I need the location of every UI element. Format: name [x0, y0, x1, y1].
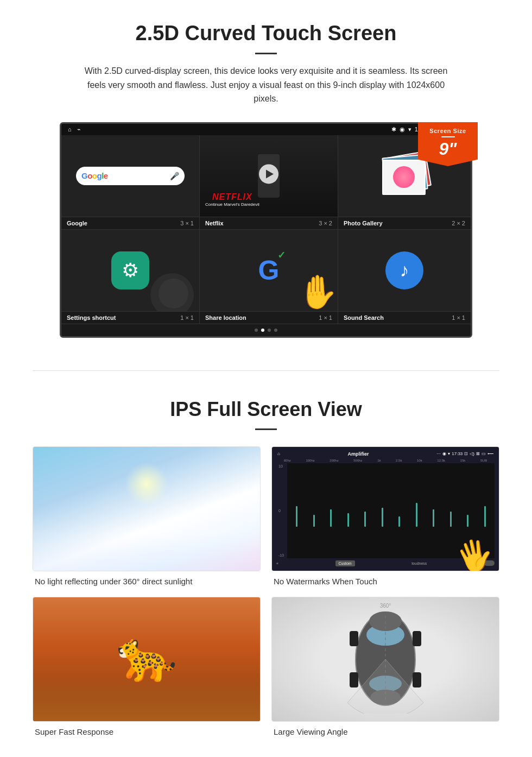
eq-bar-8	[416, 494, 417, 527]
amp-status-bar: ⌂ Amplifier ⋯◉▾ 17:33 ⊡◁)⊠▭⟵	[276, 451, 495, 457]
netflix-label-cell: Netflix 3 × 2	[200, 217, 338, 229]
eq-bar-11	[467, 494, 468, 527]
svg-rect-6	[413, 631, 421, 646]
feature-no-reflection-label: No light reflecting under 360° direct su…	[33, 577, 261, 586]
gear-icon: ⚙	[122, 259, 139, 282]
music-note-icon: ♪	[400, 260, 409, 281]
maps-g-letter: G	[258, 255, 280, 286]
feature-image-sky	[33, 446, 261, 571]
section-divider	[33, 370, 499, 371]
cheetah-background: 🐆	[33, 597, 260, 721]
google-mic-icon: 🎤	[170, 172, 179, 180]
label-row-1: Google 3 × 1 Netflix 3 × 2 Photo Gallery…	[61, 217, 471, 230]
dot-2	[261, 329, 264, 332]
eq-bar-1	[296, 494, 297, 527]
hand-pointing-icon: 🤚	[297, 273, 338, 311]
feature-fast-response-label: Super Fast Response	[33, 727, 261, 736]
feature-viewing-angle-label: Large Viewing Angle	[271, 727, 499, 736]
feature-image-cheetah: 🐆	[33, 597, 261, 722]
app-grid-row1: Google 🎤	[61, 135, 471, 217]
status-left: ⌂ ⌁	[68, 126, 81, 133]
netflix-subtitle: Continue Marvel's Daredevil	[205, 202, 259, 207]
google-logo: Google	[81, 171, 108, 180]
settings-app-cell[interactable]: ⚙	[61, 230, 200, 311]
eq-scale: 100-10	[276, 463, 286, 558]
car-top-view-svg	[342, 605, 429, 714]
google-app-cell[interactable]: Google 🎤	[61, 135, 200, 217]
feature-grid: No light reflecting under 360° direct su…	[33, 446, 499, 736]
netflix-app-size: 3 × 2	[319, 220, 332, 226]
settings-app-label: Settings shortcut	[67, 314, 116, 321]
section2-title: IPS Full Screen View	[33, 398, 499, 421]
feature-image-amplifier: ⌂ Amplifier ⋯◉▾ 17:33 ⊡◁)⊠▭⟵ 60hz 100hz …	[271, 446, 499, 571]
gallery-app-size: 2 × 2	[452, 220, 465, 226]
badge-divider	[441, 136, 455, 137]
share-app-size: 1 × 1	[319, 314, 332, 321]
share-app-label: Share location	[205, 314, 246, 321]
section-curved-screen: 2.5D Curved Touch Screen With 2.5D curve…	[0, 0, 532, 349]
freq-2-5k: 2.5k	[396, 459, 402, 462]
amp-title: Amplifier	[348, 451, 369, 457]
bluetooth-icon: ✱	[391, 126, 396, 133]
freq-10k: 10k	[417, 459, 422, 462]
angle-label: 360°	[380, 603, 391, 609]
svg-rect-5	[350, 631, 358, 646]
freq-12-5k: 12.5k	[437, 459, 445, 462]
pagination-dots	[61, 324, 471, 336]
android-screen: ⌂ ⌁ ✱ ◉ ▾ 15:06 ⊡ ◁) ⊠ ▭	[60, 122, 472, 338]
badge-size: 9"	[422, 140, 473, 159]
sound-app-size: 1 × 1	[452, 314, 465, 321]
eq-bar-9	[433, 494, 434, 527]
google-app-size: 3 × 1	[180, 220, 194, 226]
sound-search-cell[interactable]: ♪	[338, 230, 471, 311]
settings-app-size: 1 × 1	[180, 314, 194, 321]
eq-bar-2	[313, 494, 315, 527]
freq-60hz: 60hz	[284, 459, 291, 462]
eq-bar-5	[364, 494, 366, 527]
google-searchbar[interactable]: Google 🎤	[76, 167, 185, 185]
freq-200hz: 200hz	[330, 459, 338, 462]
amp-home-icon: ⌂	[277, 451, 280, 456]
netflix-play-button[interactable]	[259, 164, 278, 184]
feature-no-watermarks-label: No Watermarks When Touch	[271, 577, 499, 586]
amp-custom-button[interactable]: Custom	[335, 560, 355, 566]
feature-no-reflection: No light reflecting under 360° direct su…	[33, 446, 261, 586]
freq-15k: 15k	[460, 459, 466, 462]
settings-icon-bg: ⚙	[111, 251, 149, 289]
cheetah-emoji: 🐆	[116, 628, 177, 685]
eq-bar-12	[484, 494, 486, 527]
share-location-cell[interactable]: G ✓ 🤚	[200, 230, 338, 311]
dot-4	[274, 329, 277, 332]
play-triangle-icon	[266, 169, 274, 178]
sound-app-label: Sound Search	[344, 314, 384, 321]
google-label-cell: Google 3 × 1	[61, 217, 200, 229]
netflix-app-cell[interactable]: NETFLIX Continue Marvel's Daredevil	[200, 135, 338, 217]
eq-bar-10	[450, 494, 452, 527]
svg-rect-7	[350, 672, 358, 687]
google-app-label: Google	[67, 220, 87, 226]
amp-loudness-label: loudness	[411, 562, 427, 565]
section1-title: 2.5D Curved Touch Screen	[33, 22, 499, 45]
badge-label: Screen Size	[422, 128, 473, 134]
svg-rect-8	[413, 672, 421, 687]
app-grid-row2: ⚙ G ✓ 🤚	[61, 230, 471, 312]
section1-divider	[255, 53, 277, 54]
freq-100hz: 100hz	[306, 459, 314, 462]
sky-background	[33, 447, 260, 571]
gallery-label-cell: Photo Gallery 2 × 2	[338, 217, 471, 229]
device-mockup-wrapper: Screen Size 9" ⌂ ⌁ ✱ ◉ ▾ 15:06 ⊡ ◁)	[60, 122, 472, 338]
freq-sub: SUB	[480, 459, 487, 462]
wifi-icon: ▾	[408, 126, 411, 133]
feature-image-car: 360°	[271, 597, 499, 722]
sound-label-cell: Sound Search 1 × 1	[338, 312, 471, 324]
sun-glow	[125, 462, 168, 506]
freq-1k: 1k	[377, 459, 381, 462]
cheetah-ground	[33, 678, 260, 721]
section1-description: With 2.5D curved-display screen, this de…	[76, 64, 456, 106]
feature-no-watermarks: ⌂ Amplifier ⋯◉▾ 17:33 ⊡◁)⊠▭⟵ 60hz 100hz …	[271, 446, 499, 586]
label-row-2: Settings shortcut 1 × 1 Share location 1…	[61, 312, 471, 324]
photo-card-3	[382, 160, 426, 195]
eq-freq-labels: 60hz 100hz 200hz 500hz 1k 2.5k 10k 12.5k…	[276, 459, 495, 462]
amp-back-icon: «	[276, 562, 278, 565]
screen-badge-container: Screen Size 9"	[418, 122, 478, 166]
